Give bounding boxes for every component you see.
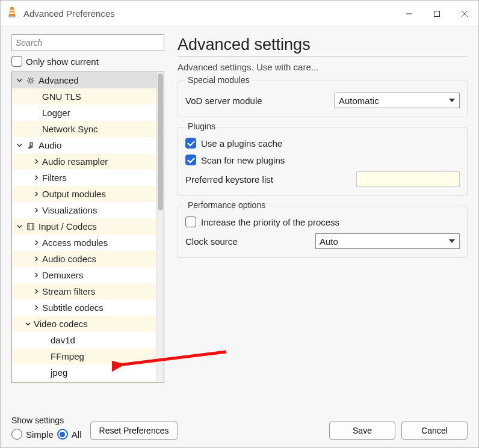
tree-item-input-codecs[interactable]: Input / Codecs — [12, 218, 156, 235]
radio-all[interactable] — [57, 429, 68, 440]
tree-item-access-modules[interactable]: Access modules — [12, 235, 156, 251]
tree-item-filters[interactable]: Filters — [12, 170, 156, 186]
svg-rect-2 — [8, 16, 16, 17]
close-button[interactable] — [451, 1, 478, 27]
chevron-down-icon — [23, 321, 32, 327]
chevron-right-icon — [31, 289, 41, 294]
only-show-current-checkbox[interactable]: Only show current — [11, 56, 164, 67]
settings-tree: AdvancedGNU TLSLoggerNetwork SyncAudioAu… — [11, 72, 164, 383]
tree-item-label: Access modules — [41, 238, 108, 248]
footer: Show settings Simple All Reset Preferenc… — [1, 410, 478, 448]
sidebar: Only show current AdvancedGNU TLSLoggerN… — [11, 34, 164, 405]
chevron-right-icon — [31, 305, 41, 310]
clock-source-label: Clock source — [185, 236, 309, 247]
chevron-down-icon — [14, 224, 24, 229]
increase-priority-checkbox[interactable]: Increase the priority of the process — [185, 216, 460, 227]
chevron-right-icon — [31, 159, 41, 164]
clock-source-select[interactable]: Auto — [315, 233, 460, 249]
chevron-right-icon — [31, 175, 41, 180]
svg-line-13 — [32, 82, 33, 83]
gear-icon — [24, 76, 37, 85]
tree-item-label: GNU TLS — [41, 91, 81, 102]
tree-scrollbar[interactable] — [156, 72, 164, 382]
settings-heading: Advanced settings — [178, 35, 468, 54]
tree-item-logger[interactable]: Logger — [12, 105, 156, 121]
tree-item-video-codecs[interactable]: Video codecs — [12, 316, 156, 332]
scan-new-plugins-checkbox[interactable]: Scan for new plugins — [185, 155, 460, 165]
search-input[interactable] — [11, 34, 164, 51]
tree-item-label: Audio codecs — [41, 254, 96, 264]
vod-label: VoD server module — [185, 96, 329, 106]
chevron-right-icon — [31, 207, 41, 213]
tree-item-stream-filters[interactable]: Stream filters — [12, 283, 156, 299]
tree-item-label: Advanced — [37, 75, 79, 85]
checkbox-checked-icon — [185, 138, 196, 149]
only-show-current-label: Only show current — [26, 57, 99, 67]
chevron-right-icon — [31, 240, 41, 245]
keystore-label: Preferred keystore list — [185, 174, 350, 185]
tree-item-qsv[interactable]: qsv — [12, 381, 156, 382]
tree-item-advanced[interactable]: Advanced — [12, 72, 156, 88]
tree-item-ffmpeg[interactable]: FFmpeg — [12, 348, 156, 364]
tree-item-label: Visualizations — [41, 205, 97, 215]
radio-simple[interactable] — [11, 429, 22, 440]
tree-item-label: Input / Codecs — [37, 221, 97, 232]
note-icon — [24, 141, 37, 150]
window-title: Advanced Preferences — [21, 8, 395, 19]
tree-item-label: Output modules — [41, 189, 106, 199]
tree-item-audio-codecs[interactable]: Audio codecs — [12, 251, 156, 267]
maximize-button[interactable] — [423, 1, 451, 27]
radio-all-label: All — [72, 429, 82, 440]
tree-item-network-sync[interactable]: Network Sync — [12, 121, 156, 137]
tree-item-audio[interactable]: Audio — [12, 137, 156, 153]
tree-item-label: Audio resampler — [41, 156, 108, 167]
chevron-right-icon — [31, 272, 41, 278]
minimize-button[interactable] — [395, 1, 423, 27]
tree-item-label: Subtitle codecs — [41, 302, 104, 313]
show-settings-label: Show settings — [11, 416, 90, 425]
tree-item-label: Logger — [41, 108, 70, 118]
chevron-right-icon — [31, 256, 41, 262]
group-legend: Plugins — [185, 121, 218, 131]
keystore-input[interactable] — [356, 171, 460, 187]
svg-point-7 — [29, 79, 32, 82]
tree-item-visualizations[interactable]: Visualizations — [12, 202, 156, 218]
cancel-button[interactable]: Cancel — [401, 422, 468, 440]
tree-item-label: qsv — [49, 381, 64, 382]
chevron-right-icon — [31, 191, 41, 197]
chevron-down-icon — [14, 78, 24, 83]
chevron-down-icon — [14, 143, 24, 148]
tree-item-demuxers[interactable]: Demuxers — [12, 267, 156, 283]
group-performance: Performance options Increase the priorit… — [178, 206, 468, 258]
radio-simple-label: Simple — [26, 429, 54, 440]
tree-item-jpeg[interactable]: jpeg — [12, 364, 156, 381]
settings-subtitle: Advanced settings. Use with care... — [178, 62, 468, 72]
tree-item-label: Video codecs — [32, 319, 88, 329]
use-plugins-cache-checkbox[interactable]: Use a plugins cache — [185, 138, 460, 149]
settings-panel: Advanced settings Advanced settings. Use… — [178, 34, 468, 405]
titlebar: Advanced Preferences — [1, 1, 478, 27]
save-button[interactable]: Save — [329, 422, 395, 440]
tree-item-subtitle-codecs[interactable]: Subtitle codecs — [12, 299, 156, 316]
tree-item-gnu-tls[interactable]: GNU TLS — [12, 88, 156, 105]
reset-preferences-button[interactable]: Reset Preferences — [90, 422, 178, 440]
checkbox-checked-icon — [185, 155, 196, 165]
tree-item-dav1d[interactable]: dav1d — [12, 332, 156, 348]
checkbox-icon — [11, 56, 22, 67]
svg-rect-1 — [10, 13, 14, 14]
film-icon — [24, 222, 37, 231]
svg-line-15 — [32, 78, 33, 78]
svg-rect-0 — [11, 10, 14, 11]
checkbox-icon — [185, 216, 196, 227]
tree-item-label: FFmpeg — [49, 351, 84, 361]
svg-line-12 — [28, 78, 29, 78]
svg-line-14 — [28, 82, 29, 83]
tree-item-label: Filters — [41, 173, 67, 183]
group-plugins: Plugins Use a plugins cache Scan for new… — [178, 127, 468, 196]
tree-item-label: Stream filters — [41, 286, 95, 296]
tree-item-audio-resampler[interactable]: Audio resampler — [12, 153, 156, 170]
vod-select[interactable]: Automatic — [335, 93, 460, 108]
tree-item-label: Audio — [37, 140, 61, 150]
tree-item-label: dav1d — [49, 335, 75, 345]
tree-item-output-modules[interactable]: Output modules — [12, 186, 156, 202]
